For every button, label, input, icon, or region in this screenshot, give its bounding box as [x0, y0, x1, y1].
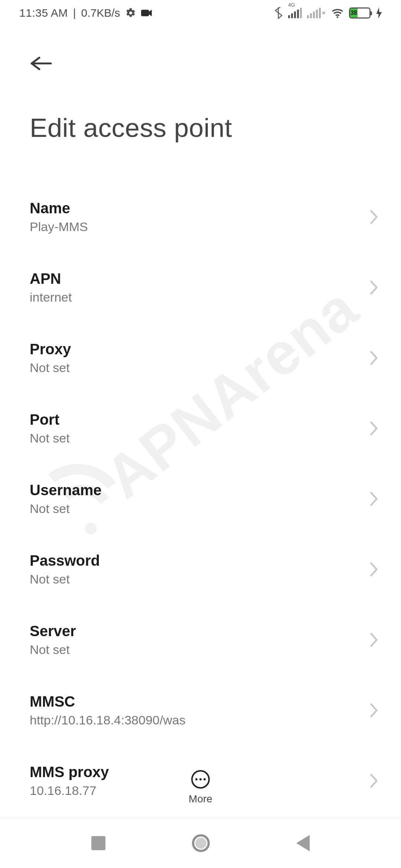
- row-value: Not set: [30, 572, 100, 586]
- row-password[interactable]: Password Not set: [0, 536, 401, 603]
- charging-icon: [376, 7, 382, 19]
- chevron-right-icon: [369, 703, 379, 718]
- row-value: Not set: [30, 642, 76, 657]
- row-value: Not set: [30, 502, 101, 516]
- row-name[interactable]: Name Play-MMS: [0, 184, 401, 250]
- row-label: MMSC: [30, 693, 186, 710]
- status-bar-left: 11:35 AM | 0.7KB/s: [19, 7, 152, 19]
- row-label: Password: [30, 552, 100, 569]
- chevron-right-icon: [369, 280, 379, 295]
- status-bar-right: 4G ✕ 38: [275, 7, 382, 19]
- row-proxy[interactable]: Proxy Not set: [0, 325, 401, 391]
- chevron-right-icon: [369, 350, 379, 366]
- status-net-speed: 0.7KB/s: [81, 7, 120, 19]
- row-label: Server: [30, 623, 76, 640]
- nav-home-button[interactable]: [192, 834, 210, 852]
- row-server[interactable]: Server Not set: [0, 606, 401, 673]
- svg-rect-0: [141, 10, 149, 16]
- row-label: Port: [30, 411, 70, 428]
- signal-2-icon: ✕: [307, 8, 326, 18]
- row-apn[interactable]: APN internet: [0, 254, 401, 321]
- chevron-right-icon: [369, 632, 379, 648]
- status-time: 11:35 AM: [19, 7, 68, 19]
- chevron-right-icon: [369, 562, 379, 577]
- more-icon: [191, 770, 210, 789]
- row-value: Not set: [30, 361, 71, 375]
- svg-point-1: [337, 16, 338, 18]
- row-mmsc[interactable]: MMSC http://10.16.18.4:38090/was: [0, 677, 401, 744]
- chevron-right-icon: [369, 209, 379, 225]
- more-label: More: [189, 793, 212, 805]
- page-title: Edit access point: [0, 73, 401, 143]
- battery-icon: 38: [349, 7, 371, 19]
- chevron-right-icon: [369, 491, 379, 507]
- row-value: internet: [30, 290, 72, 305]
- row-label: Username: [30, 482, 101, 499]
- row-username[interactable]: Username Not set: [0, 466, 401, 532]
- row-label: Name: [30, 200, 88, 217]
- camera-icon: [141, 9, 152, 17]
- chevron-right-icon: [369, 421, 379, 436]
- row-label: APN: [30, 270, 72, 287]
- apn-settings-list: Name Play-MMS APN internet Proxy Not set…: [0, 143, 401, 814]
- wifi-icon: [331, 8, 344, 18]
- row-value: http://10.16.18.4:38090/was: [30, 713, 186, 727]
- nav-recent-button[interactable]: [91, 836, 105, 850]
- row-value: Play-MMS: [30, 220, 88, 234]
- row-value: Not set: [30, 431, 70, 445]
- navigation-bar: [0, 818, 401, 868]
- status-bar: 11:35 AM | 0.7KB/s 4G ✕ 38: [0, 0, 401, 26]
- settings-icon: [125, 8, 136, 18]
- row-label: Proxy: [30, 341, 71, 358]
- signal-1-icon: 4G: [288, 8, 302, 18]
- bluetooth-icon: [275, 7, 283, 19]
- more-button[interactable]: More: [0, 770, 401, 805]
- nav-back-button[interactable]: [296, 835, 310, 851]
- back-button[interactable]: [30, 55, 53, 72]
- row-port[interactable]: Port Not set: [0, 395, 401, 462]
- status-separator: |: [73, 7, 76, 19]
